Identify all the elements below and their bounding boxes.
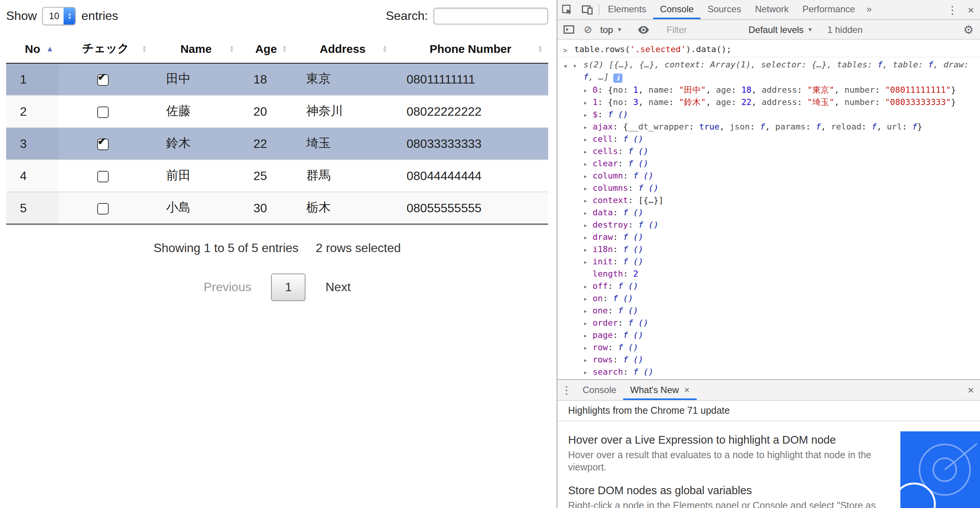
device-toolbar-icon[interactable] (577, 0, 597, 19)
devtools-close-icon[interactable]: × (962, 0, 980, 19)
twisty-collapsed-icon[interactable]: ▸ (583, 84, 593, 97)
tab-performance[interactable]: Performance (795, 0, 862, 19)
entries-select[interactable]: 10 ▲ ▼ (42, 7, 76, 25)
console-property-row[interactable]: ▸order: f () (557, 317, 980, 329)
console-property-row[interactable]: ▸0: {no: 1, name: "田中", age: 18, address… (557, 84, 980, 97)
console-property-row[interactable]: ▸draw: f () (557, 231, 980, 244)
checkbox-unchecked[interactable]: ✔ (97, 203, 108, 215)
cell-check[interactable]: ✔ (59, 160, 152, 192)
twisty-collapsed-icon[interactable]: ▸ (583, 317, 593, 329)
console-property-row[interactable]: ▸1: {no: 3, name: "鈴木", age: 22, address… (557, 97, 980, 109)
console-property-row[interactable]: ▸context: [{…}] (557, 195, 980, 207)
console-property-row[interactable]: ▸length: 2 (557, 268, 980, 280)
filter-input[interactable] (665, 23, 743, 36)
console-property-row[interactable]: ▸$: f () (557, 109, 980, 121)
stepper-icon[interactable]: ▲ ▼ (64, 8, 75, 25)
column-header-no[interactable]: No▲ (6, 34, 59, 63)
column-header-name[interactable]: Name▲▼ (152, 34, 240, 63)
tab-console[interactable]: Console (653, 0, 701, 19)
log-levels-dropdown[interactable]: Default levels ▼ (748, 24, 813, 35)
console-property-row[interactable]: ▸column: f () (557, 170, 980, 182)
column-header-address[interactable]: Address▲▼ (292, 34, 393, 63)
tab-sources[interactable]: Sources (701, 0, 748, 19)
twisty-collapsed-icon[interactable]: ▸ (583, 293, 593, 305)
console-property-row[interactable]: ▸data: f () (557, 207, 980, 219)
tab-elements[interactable]: Elements (601, 0, 653, 19)
console-property-row[interactable]: ▸init: f () (557, 256, 980, 268)
cell-check[interactable]: ✔ (59, 128, 152, 160)
twisty-collapsed-icon[interactable]: ▸ (583, 109, 593, 121)
console-property-row[interactable]: ▸destroy: f () (557, 219, 980, 231)
console-property-row[interactable]: ▸one: f () (557, 305, 980, 317)
twisty-collapsed-icon[interactable]: ▸ (583, 182, 593, 195)
drawer-menu-icon[interactable]: ⋮ (557, 380, 576, 400)
column-header-check[interactable]: チェック▲▼ (59, 34, 152, 63)
execution-context-selector[interactable]: top ▼ (600, 24, 622, 35)
page-1-button[interactable]: 1 (271, 274, 305, 301)
drawer-close-icon[interactable]: × (962, 380, 980, 400)
drawer-tab-what-s-new[interactable]: What's New× (623, 380, 696, 400)
checkbox-checked[interactable]: ✔ (97, 139, 108, 150)
close-tab-icon[interactable]: × (684, 385, 689, 395)
tab-network[interactable]: Network (748, 0, 795, 19)
console-property-row[interactable]: ▸i18n: f () (557, 244, 980, 256)
eye-icon[interactable] (637, 26, 650, 33)
drawer-tab-console[interactable]: Console (576, 380, 623, 400)
twisty-collapsed-icon[interactable]: ▸ (583, 354, 593, 366)
twisty-collapsed-icon[interactable]: ▸ (583, 158, 593, 170)
table-row[interactable]: 4✔前田25群馬08044444444 (6, 160, 548, 192)
console-property-row[interactable]: ▸rows: f () (557, 354, 980, 366)
previous-button[interactable]: Previous (204, 280, 252, 294)
console-property-row[interactable]: ▸columns: f () (557, 182, 980, 195)
console-property-row[interactable]: ▸row: f () (557, 342, 980, 354)
checkbox-unchecked[interactable]: ✔ (97, 171, 108, 182)
console-property-row[interactable]: ▸cells: f () (557, 146, 980, 158)
console-property-row[interactable]: ▸ajax: {__dt_wrapper: true, json: f, par… (557, 121, 980, 133)
table-row[interactable]: 5✔小島30栃木08055555555 (6, 192, 548, 224)
twisty-collapsed-icon[interactable]: ▸ (583, 121, 593, 133)
console-result[interactable]: ◂ ▾ s(2) [{…}, {…}, context: Array(1), s… (557, 57, 980, 84)
console-property-row[interactable]: ▸on: f () (557, 293, 980, 305)
next-button[interactable]: Next (325, 280, 351, 294)
table-row[interactable]: 2✔佐藤20神奈川08022222222 (6, 95, 548, 128)
twisty-collapsed-icon[interactable]: ▸ (583, 329, 593, 342)
twisty-collapsed-icon[interactable]: ▸ (583, 207, 593, 219)
clear-console-icon[interactable]: ⊘ (581, 24, 595, 35)
checkbox-checked[interactable]: ✔ (97, 74, 108, 86)
twisty-expanded-icon[interactable]: ▾ (573, 60, 577, 72)
devtools-menu-icon[interactable]: ⋮ (943, 0, 962, 19)
cell-check[interactable]: ✔ (59, 63, 152, 95)
twisty-collapsed-icon[interactable]: ▸ (583, 219, 593, 231)
inspect-element-icon[interactable] (557, 0, 577, 19)
column-header-age[interactable]: Age▲▼ (240, 34, 292, 63)
twisty-collapsed-icon[interactable]: ▸ (583, 133, 593, 146)
twisty-collapsed-icon[interactable]: ▸ (583, 379, 593, 379)
cell-check[interactable]: ✔ (59, 95, 152, 128)
console-property-row[interactable]: ▸clear: f () (557, 158, 980, 170)
more-tabs-button[interactable]: » (862, 0, 876, 19)
twisty-collapsed-icon[interactable]: ▸ (583, 280, 593, 293)
twisty-collapsed-icon[interactable]: ▸ (583, 256, 593, 268)
console-settings-gear-icon[interactable]: ⚙ (962, 23, 975, 36)
console-property-row[interactable]: ▸page: f () (557, 329, 980, 342)
console-property-row[interactable]: ▸off: f () (557, 280, 980, 293)
twisty-collapsed-icon[interactable]: ▸ (583, 366, 593, 379)
twisty-collapsed-icon[interactable]: ▸ (583, 231, 593, 244)
twisty-collapsed-icon[interactable]: ▸ (583, 244, 593, 256)
twisty-collapsed-icon[interactable]: ▸ (583, 97, 593, 109)
console-property-row[interactable]: ▸cell: f () (557, 133, 980, 146)
table-row[interactable]: 3✔鈴木22埼玉08033333333 (6, 128, 548, 160)
cell-check[interactable]: ✔ (59, 192, 152, 224)
console-property-row[interactable]: ▸select: f () (557, 379, 980, 379)
twisty-collapsed-icon[interactable]: ▸ (583, 146, 593, 158)
twisty-collapsed-icon[interactable]: ▸ (583, 195, 593, 207)
twisty-collapsed-icon[interactable]: ▸ (583, 305, 593, 317)
console-property-row[interactable]: ▸search: f () (557, 366, 980, 379)
search-input[interactable] (433, 8, 548, 25)
table-row[interactable]: 1✔田中18東京08011111111 (6, 63, 548, 95)
column-header-phone[interactable]: Phone Number▲▼ (393, 34, 548, 63)
twisty-collapsed-icon[interactable]: ▸ (583, 170, 593, 182)
console-command[interactable]: > table.rows('.selected').data(); (557, 42, 980, 57)
console-sidebar-icon[interactable] (562, 25, 576, 34)
checkbox-unchecked[interactable]: ✔ (97, 107, 108, 118)
